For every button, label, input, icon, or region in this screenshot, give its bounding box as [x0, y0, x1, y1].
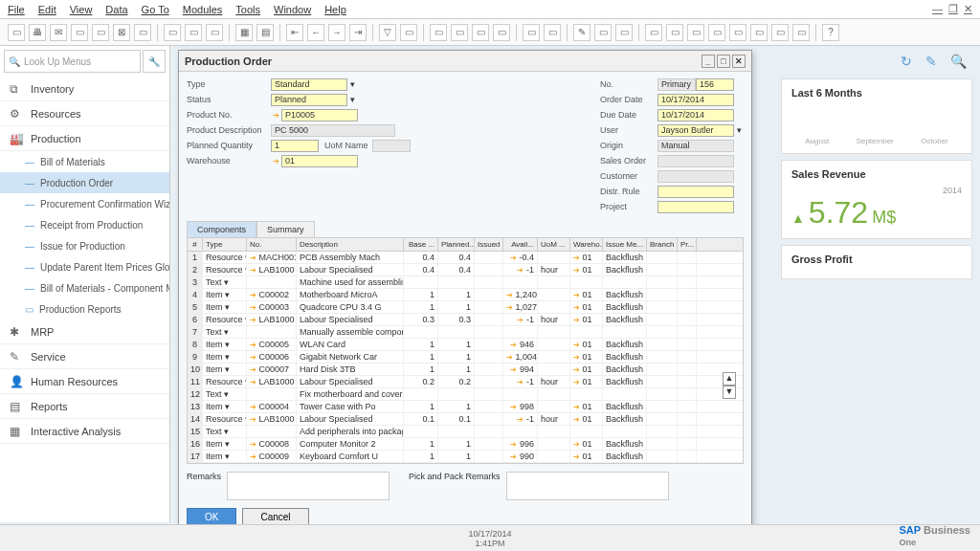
menu-help[interactable]: Help [324, 4, 346, 15]
scroll-down-icon[interactable]: ▼ [723, 386, 736, 399]
tb-help-icon[interactable]: ? [822, 24, 839, 41]
nav-production[interactable]: 🏭Production [0, 126, 169, 151]
tb-icon[interactable]: ▭ [792, 24, 810, 41]
col-method[interactable]: Issue Me... [603, 238, 647, 251]
distr-field[interactable] [657, 186, 734, 198]
table-row[interactable]: 3Text ▾Machine used for assembling [188, 276, 743, 289]
tb-icon[interactable]: ▭ [164, 24, 181, 41]
tb-icon[interactable]: ✎ [573, 24, 590, 41]
tb-icon[interactable]: ▭ [615, 24, 633, 41]
no-field[interactable]: 156 [696, 78, 734, 91]
sub-bom[interactable]: —Bill of Materials [0, 151, 169, 172]
orderdate-field[interactable]: 10/17/2014 [657, 94, 734, 106]
col-no[interactable]: No. [247, 238, 297, 251]
duedate-field[interactable]: 10/17/2014 [657, 109, 734, 121]
warehouse-field[interactable]: 01 [281, 155, 358, 167]
tb-icon[interactable]: ▭ [400, 24, 417, 41]
sub-procurement[interactable]: —Procurement Confirmation Wiz [0, 193, 169, 214]
minimize-icon[interactable]: — [932, 3, 943, 15]
tb-icon[interactable]: 🖶 [29, 24, 46, 41]
pick-input[interactable] [506, 472, 669, 500]
sub-receipt[interactable]: —Receipt from Production [0, 214, 169, 235]
sub-issue[interactable]: —Issue for Production [0, 235, 169, 256]
dropdown-icon[interactable]: ▾ [347, 79, 357, 89]
menu-tools[interactable]: Tools [235, 4, 260, 15]
tb-icon[interactable]: ▭ [493, 24, 510, 41]
tab-summary[interactable]: Summary [256, 221, 315, 237]
tb-icon[interactable]: ▭ [708, 24, 725, 41]
productno-field[interactable]: P10005 [281, 109, 358, 121]
table-row[interactable]: 13Item ▾➔ C00004Tower Case with Po11➔ 99… [188, 401, 743, 413]
tb-icon[interactable]: ▭ [523, 24, 540, 41]
sub-reports[interactable]: ▭Production Reports [0, 298, 169, 320]
tb-icon[interactable]: ▦ [235, 24, 253, 41]
type-field[interactable]: Standard [271, 78, 347, 91]
status-field[interactable]: Planned [271, 94, 347, 106]
nav-inventory[interactable]: ⧉Inventory [0, 77, 169, 101]
qty-field[interactable]: 1 [271, 140, 319, 152]
modal-close-icon[interactable]: ✕ [732, 55, 746, 68]
tb-prev-icon[interactable]: ← [307, 24, 324, 41]
nav-hr[interactable]: 👤Human Resources [0, 369, 169, 394]
table-row[interactable]: 17Item ▾➔ C00009Keyboard Comfort U11➔ 99… [188, 451, 743, 463]
table-row[interactable]: 9Item ▾➔ C00006Gigabit Network Car11➔ 1,… [188, 351, 743, 364]
table-row[interactable]: 8Item ▾➔ C00005WLAN Card11➔ 946➔ 01Backf… [188, 339, 743, 351]
menu-search[interactable]: 🔍Look Up Menus [4, 50, 141, 73]
tb-icon[interactable]: ▭ [750, 24, 768, 41]
tb-icon[interactable]: ▭ [8, 24, 25, 41]
table-row[interactable]: 14Resource ▾➔ LAB1000Labour Specialised0… [188, 413, 743, 426]
table-row[interactable]: 2Resource ▾➔ LAB1000Labour Specialised0.… [188, 264, 743, 276]
modal-minimize-icon[interactable]: _ [702, 55, 715, 68]
restore-icon[interactable]: ❐ [948, 3, 958, 15]
nav-reports[interactable]: ▤Reports [0, 394, 169, 419]
table-row[interactable]: 12Text ▾Fix motherboard and cover to cha… [188, 388, 743, 401]
tb-icon[interactable]: ▭ [134, 24, 151, 41]
col-planned[interactable]: Planned... [438, 238, 475, 251]
table-row[interactable]: 6Resource ▾➔ LAB1000Labour Specialised0.… [188, 314, 743, 326]
table-row[interactable]: 4Item ▾➔ C00002Motherboard MicroA11➔ 1,2… [188, 289, 743, 301]
modal-restore-icon[interactable]: □ [717, 55, 730, 68]
table-row[interactable]: 11Resource ▾➔ LAB1000Labour Specialised0… [188, 376, 743, 388]
user-field[interactable]: Jayson Butler [657, 124, 734, 137]
col-uom[interactable]: UoM ... [538, 238, 570, 251]
col-wh[interactable]: Wareho... [570, 238, 603, 251]
col-avail[interactable]: Avail... [503, 238, 538, 251]
dropdown-icon[interactable]: ▾ [734, 125, 744, 135]
col-desc[interactable]: Description [297, 238, 404, 251]
modal-titlebar[interactable]: Production Order _□✕ [179, 51, 751, 72]
nav-resources[interactable]: ⚙Resources [0, 101, 169, 126]
tb-icon[interactable]: ▭ [185, 24, 202, 41]
tb-next-icon[interactable]: → [328, 24, 345, 41]
col-issued[interactable]: Issued [475, 238, 503, 251]
link-arrow-icon[interactable]: ➔ [273, 111, 279, 120]
menu-view[interactable]: View [70, 4, 93, 15]
dropdown-icon[interactable]: ▾ [347, 95, 357, 104]
menu-window[interactable]: Window [274, 4, 311, 15]
link-arrow-icon[interactable]: ➔ [273, 157, 279, 165]
tb-icon[interactable]: ▤ [256, 24, 274, 41]
tb-filter-icon[interactable]: ▽ [379, 24, 396, 41]
tb-first-icon[interactable]: ⇤ [286, 24, 303, 41]
tb-icon[interactable]: ▭ [206, 24, 223, 41]
tb-icon[interactable]: ▭ [451, 24, 468, 41]
nav-analysis[interactable]: ▦Interactive Analysis [0, 419, 169, 444]
tb-icon[interactable]: ▭ [645, 24, 662, 41]
menu-file[interactable]: File [8, 4, 25, 15]
tb-icon[interactable]: ▭ [594, 24, 612, 41]
refresh-icon[interactable]: ↻ [901, 54, 912, 69]
menu-data[interactable]: Data [105, 4, 127, 15]
tb-icon[interactable]: ▭ [666, 24, 683, 41]
nav-mrp[interactable]: ✱MRP [0, 320, 169, 344]
menu-edit[interactable]: Edit [38, 4, 56, 15]
project-field[interactable] [657, 201, 734, 213]
remarks-input[interactable] [227, 472, 390, 500]
col-branch[interactable]: Branch [647, 238, 678, 251]
close-icon[interactable]: ✕ [964, 3, 972, 15]
table-row[interactable]: 16Item ▾➔ C00008Computer Monitor 211➔ 99… [188, 438, 743, 451]
tb-last-icon[interactable]: ⇥ [349, 24, 367, 41]
tb-icon[interactable]: ▭ [771, 24, 789, 41]
sub-bom-component[interactable]: —Bill of Materials - Component M [0, 277, 169, 298]
table-row[interactable]: 1Resource ▾➔ MACH001PCB Assembly Mach0.4… [188, 252, 743, 264]
sub-update-prices[interactable]: —Update Parent Item Prices Glob [0, 256, 169, 277]
tb-icon[interactable]: ✉ [50, 24, 67, 41]
